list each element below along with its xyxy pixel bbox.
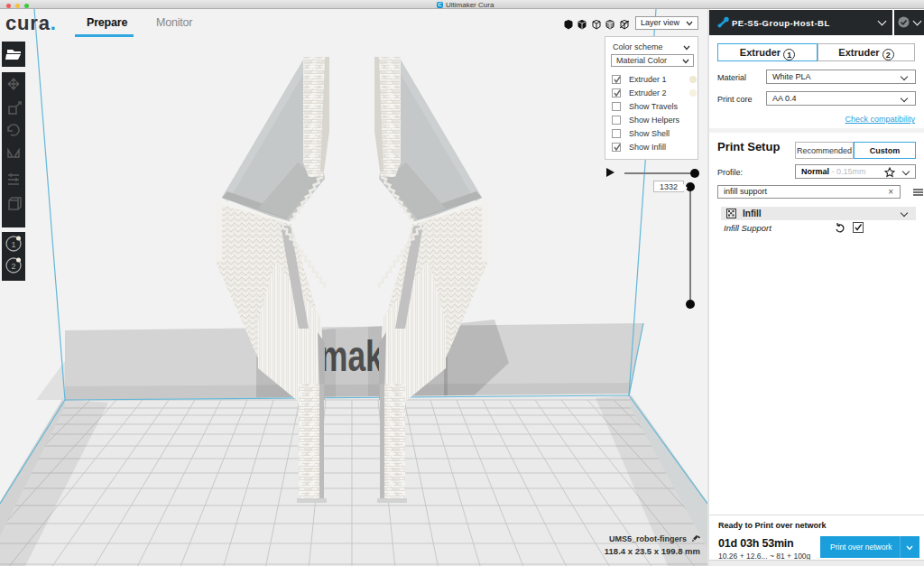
svg-text:1: 1: [11, 240, 15, 249]
svg-text:2: 2: [11, 262, 15, 271]
